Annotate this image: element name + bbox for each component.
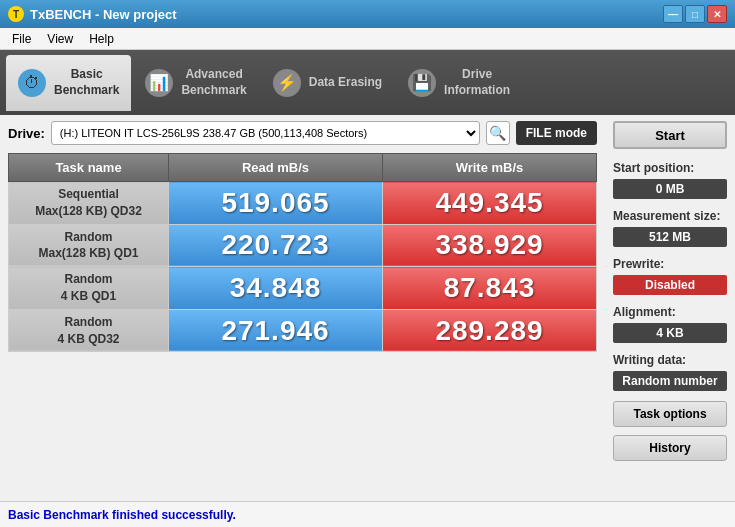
toolbar: ⏱ BasicBenchmark 📊 AdvancedBenchmark ⚡ D… — [0, 50, 735, 115]
table-row: Random4 KB QD32271.946289.289 — [9, 309, 597, 352]
tab-advanced-label: AdvancedBenchmark — [181, 67, 246, 98]
history-button[interactable]: History — [613, 435, 727, 461]
task-options-button[interactable]: Task options — [613, 401, 727, 427]
right-panel: Start Start position: 0 MB Measurement s… — [605, 115, 735, 501]
drive-information-icon: 💾 — [408, 69, 436, 97]
drive-label: Drive: — [8, 126, 45, 141]
menu-bar: File View Help — [0, 28, 735, 50]
read-cell-1: 220.723 — [169, 224, 383, 267]
tab-erasing-label: Data Erasing — [309, 75, 382, 91]
minimize-button[interactable]: — — [663, 5, 683, 23]
measurement-size-label: Measurement size: — [613, 209, 727, 223]
tab-drive-info-label: DriveInformation — [444, 67, 510, 98]
table-row: RandomMax(128 KB) QD1220.723338.929 — [9, 224, 597, 267]
close-button[interactable]: ✕ — [707, 5, 727, 23]
read-cell-2: 34.848 — [169, 267, 383, 310]
maximize-button[interactable]: □ — [685, 5, 705, 23]
write-cell-0: 449.345 — [383, 182, 597, 225]
task-cell-0: SequentialMax(128 KB) QD32 — [9, 182, 169, 225]
title-bar: T TxBENCH - New project — □ ✕ — [0, 0, 735, 28]
start-button[interactable]: Start — [613, 121, 727, 149]
write-value-1: 338.929 — [435, 229, 543, 260]
write-value-0: 449.345 — [435, 187, 543, 218]
window-title: TxBENCH - New project — [30, 7, 663, 22]
status-bar: Basic Benchmark finished successfully. — [0, 501, 735, 527]
tab-advanced-benchmark[interactable]: 📊 AdvancedBenchmark — [133, 55, 258, 111]
task-cell-2: Random4 KB QD1 — [9, 267, 169, 310]
data-erasing-icon: ⚡ — [273, 69, 301, 97]
read-value-0: 519.065 — [221, 187, 329, 218]
writing-data-value: Random number — [613, 371, 727, 391]
app-icon: T — [8, 6, 24, 22]
tab-drive-information[interactable]: 💾 DriveInformation — [396, 55, 522, 111]
start-position-value: 0 MB — [613, 179, 727, 199]
writing-data-label: Writing data: — [613, 353, 727, 367]
tab-data-erasing[interactable]: ⚡ Data Erasing — [261, 55, 394, 111]
task-cell-3: Random4 KB QD32 — [9, 309, 169, 352]
alignment-value: 4 KB — [613, 323, 727, 343]
read-cell-3: 271.946 — [169, 309, 383, 352]
left-panel: Drive: (H:) LITEON IT LCS-256L9S 238.47 … — [0, 115, 605, 501]
write-value-2: 87.843 — [444, 272, 536, 303]
write-cell-1: 338.929 — [383, 224, 597, 267]
read-value-2: 34.848 — [230, 272, 322, 303]
status-message: Basic Benchmark finished successfully. — [8, 508, 236, 522]
task-cell-1: RandomMax(128 KB) QD1 — [9, 224, 169, 267]
start-position-label: Start position: — [613, 161, 727, 175]
col-write: Write mB/s — [383, 154, 597, 182]
menu-help[interactable]: Help — [81, 30, 122, 48]
main-content: Drive: (H:) LITEON IT LCS-256L9S 238.47 … — [0, 115, 735, 501]
alignment-label: Alignment: — [613, 305, 727, 319]
tab-basic-benchmark[interactable]: ⏱ BasicBenchmark — [6, 55, 131, 111]
window-controls: — □ ✕ — [663, 5, 727, 23]
benchmark-table: Task name Read mB/s Write mB/s Sequentia… — [8, 153, 597, 352]
read-value-3: 271.946 — [221, 315, 329, 346]
col-read: Read mB/s — [169, 154, 383, 182]
table-row: Random4 KB QD134.84887.843 — [9, 267, 597, 310]
drive-bar: Drive: (H:) LITEON IT LCS-256L9S 238.47 … — [8, 121, 597, 145]
menu-file[interactable]: File — [4, 30, 39, 48]
read-value-1: 220.723 — [221, 229, 329, 260]
basic-benchmark-icon: ⏱ — [18, 69, 46, 97]
drive-refresh-button[interactable]: 🔍 — [486, 121, 510, 145]
advanced-benchmark-icon: 📊 — [145, 69, 173, 97]
write-cell-2: 87.843 — [383, 267, 597, 310]
tab-basic-label: BasicBenchmark — [54, 67, 119, 98]
read-cell-0: 519.065 — [169, 182, 383, 225]
table-row: SequentialMax(128 KB) QD32519.065449.345 — [9, 182, 597, 225]
prewrite-value: Disabled — [613, 275, 727, 295]
prewrite-label: Prewrite: — [613, 257, 727, 271]
drive-select[interactable]: (H:) LITEON IT LCS-256L9S 238.47 GB (500… — [51, 121, 480, 145]
write-cell-3: 289.289 — [383, 309, 597, 352]
menu-view[interactable]: View — [39, 30, 81, 48]
write-value-3: 289.289 — [435, 315, 543, 346]
file-mode-button[interactable]: FILE mode — [516, 121, 597, 145]
measurement-size-value: 512 MB — [613, 227, 727, 247]
col-task: Task name — [9, 154, 169, 182]
